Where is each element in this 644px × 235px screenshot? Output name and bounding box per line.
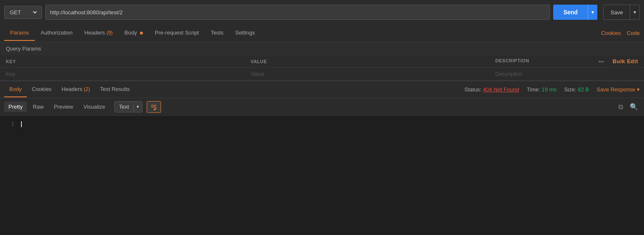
format-label: Text <box>115 101 133 112</box>
tab-settings[interactable]: Settings <box>229 25 261 41</box>
send-button[interactable]: Send <box>553 5 588 20</box>
view-tab-raw[interactable]: Raw <box>29 101 48 112</box>
size-value: 82 B <box>578 86 589 93</box>
method-dropdown[interactable]: GET POST PUT DELETE PATCH <box>8 9 38 16</box>
tab-pre-request[interactable]: Pre-request Script <box>149 25 205 41</box>
tab-params[interactable]: Params <box>4 25 35 41</box>
response-status-bar: Status: 404 Not Found Time: 19 ms Size: … <box>465 86 640 93</box>
response-tab-cookies[interactable]: Cookies <box>27 82 57 97</box>
save-dropdown-button[interactable]: ▾ <box>630 5 640 20</box>
query-params-header: Query Params <box>0 42 644 55</box>
status-value: 404 Not Found <box>483 86 519 93</box>
value-cell[interactable]: Value <box>245 68 489 80</box>
size-label: Size: 82 B <box>564 86 589 93</box>
code-content[interactable] <box>21 121 638 235</box>
save-response-dropdown-icon: ▾ <box>637 86 640 93</box>
params-table: KEY VALUE DESCRIPTION ••• Bulk Edit Key … <box>0 55 644 80</box>
save-button-group: Save ▾ <box>603 5 640 20</box>
view-bar: Pretty Raw Preview Visualize Text ▾ ⧉ 🔍 <box>0 98 644 116</box>
tab-authorization[interactable]: Authorization <box>35 25 79 41</box>
response-tab-test-results[interactable]: Test Results <box>95 82 135 97</box>
save-button[interactable]: Save <box>603 5 630 20</box>
tab-body[interactable]: Body <box>119 25 149 41</box>
headers-badge: (9) <box>106 30 113 36</box>
send-dropdown-button[interactable]: ▾ <box>588 5 597 20</box>
view-tab-pretty[interactable]: Pretty <box>4 101 27 112</box>
view-tab-visualize[interactable]: Visualize <box>79 101 109 112</box>
time-label: Time: 19 ms <box>527 86 557 93</box>
response-tabs-bar: Body Cookies Headers (2) Test Results St… <box>0 80 644 98</box>
text-cursor <box>21 121 22 127</box>
tab-tests[interactable]: Tests <box>205 25 229 41</box>
response-headers-badge: (2) <box>84 86 90 92</box>
format-select-group: Text ▾ <box>114 101 143 112</box>
wrap-icon <box>150 104 157 110</box>
key-cell[interactable]: Key <box>0 68 245 80</box>
url-input[interactable] <box>45 5 550 20</box>
more-options-icon[interactable]: ••• <box>599 59 604 64</box>
view-tab-preview[interactable]: Preview <box>50 101 77 112</box>
wrap-button[interactable] <box>147 101 161 113</box>
top-bar: GET POST PUT DELETE PATCH Send ▾ Save ▾ <box>0 0 644 24</box>
response-tab-headers[interactable]: Headers (2) <box>57 82 95 97</box>
view-bar-right: ⧉ 🔍 <box>617 101 640 112</box>
line-numbers: 1 <box>6 121 14 235</box>
request-tabs-bar: Params Authorization Headers (9) Body Pr… <box>0 24 644 42</box>
tabs-right-links: Cookies Code <box>601 30 640 36</box>
bulk-edit-link[interactable]: Bulk Edit <box>612 58 638 64</box>
description-cell[interactable]: Description <box>489 68 644 80</box>
save-response-button[interactable]: Save Response ▾ <box>596 86 640 93</box>
method-selector[interactable]: GET POST PUT DELETE PATCH <box>4 6 42 19</box>
status-label: Status: 404 Not Found <box>465 86 519 93</box>
description-column-header: DESCRIPTION ••• Bulk Edit <box>489 55 644 68</box>
send-button-group: Send ▾ <box>553 5 597 20</box>
value-column-header: VALUE <box>245 55 489 68</box>
body-dot <box>140 32 143 35</box>
cookies-link[interactable]: Cookies <box>601 30 621 36</box>
tab-headers[interactable]: Headers (9) <box>79 25 119 41</box>
copy-button[interactable]: ⧉ <box>617 101 625 112</box>
table-row: Key Value Description <box>0 68 644 80</box>
time-value: 19 ms <box>542 86 557 93</box>
code-area[interactable]: 1 <box>0 116 644 235</box>
response-tab-body[interactable]: Body <box>4 82 27 97</box>
code-link[interactable]: Code <box>627 30 640 36</box>
key-column-header: KEY <box>0 55 245 68</box>
search-button[interactable]: 🔍 <box>628 101 640 112</box>
format-dropdown-icon[interactable]: ▾ <box>133 102 142 112</box>
